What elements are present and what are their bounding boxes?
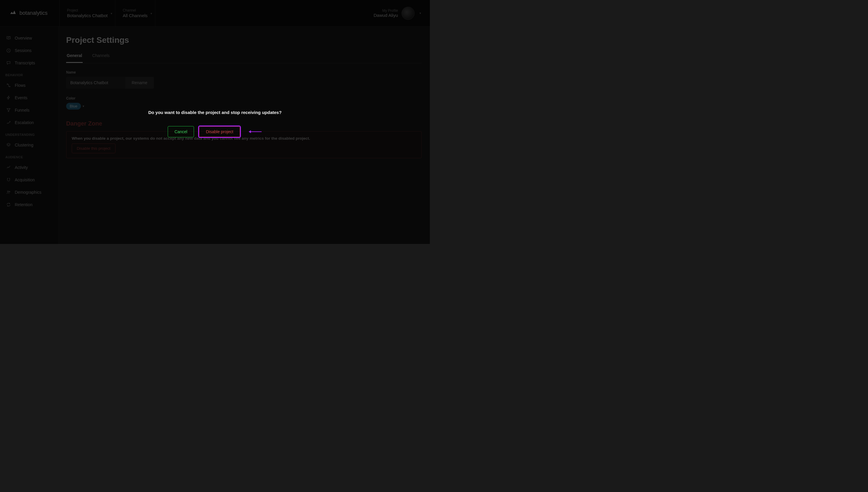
modal-message: Do you want to disable the project and s…	[148, 110, 282, 115]
annotation-highlight: Disable project	[198, 125, 241, 138]
disable-project-confirm-button[interactable]: Disable project	[199, 126, 240, 137]
modal-actions: Cancel Disable project	[168, 125, 262, 138]
arrow-annotation	[248, 129, 262, 134]
cancel-button[interactable]: Cancel	[168, 126, 194, 137]
modal-overlay: Do you want to disable the project and s…	[0, 0, 430, 244]
